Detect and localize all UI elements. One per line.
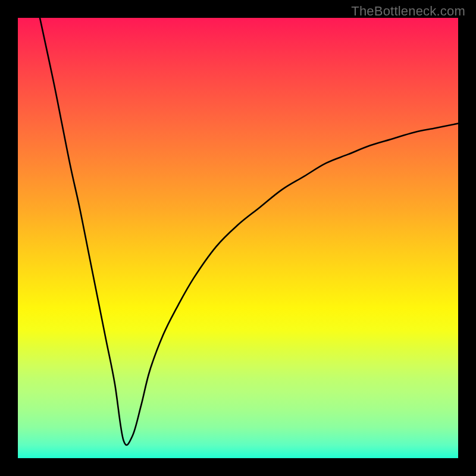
bead <box>79 293 82 299</box>
chart-frame: TheBottleneck.com <box>0 0 476 476</box>
bead <box>92 329 94 336</box>
highlight-beads-left <box>79 293 134 443</box>
bead <box>147 384 149 392</box>
bead <box>83 305 86 312</box>
curve-layer <box>18 18 458 458</box>
bead <box>100 356 102 363</box>
bead <box>114 413 115 420</box>
bead <box>96 343 98 349</box>
bead <box>122 442 129 443</box>
bead <box>110 400 112 407</box>
bead <box>107 389 109 396</box>
bead <box>88 318 90 325</box>
watermark-label: TheBottleneck.com <box>351 4 465 19</box>
bead <box>104 373 106 380</box>
bottleneck-curve <box>40 18 458 445</box>
